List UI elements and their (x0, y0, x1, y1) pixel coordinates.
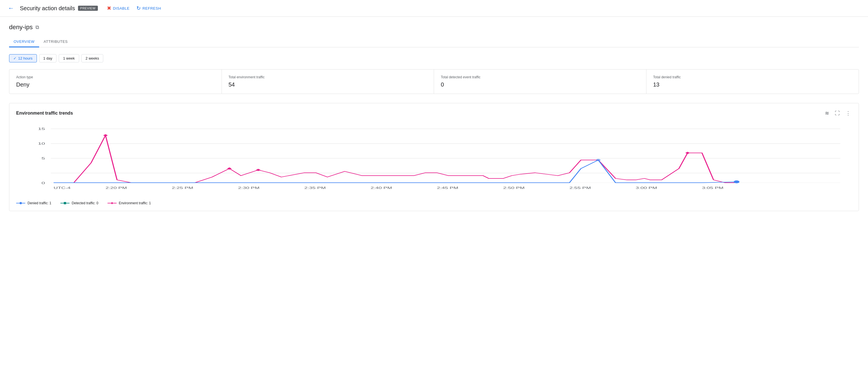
tab-overview[interactable]: OVERVIEW (9, 37, 39, 48)
refresh-icon: ↻ (136, 5, 141, 11)
svg-text:0: 0 (41, 181, 45, 185)
stat-env-traffic-value: 54 (229, 82, 427, 88)
stat-denied-traffic-value: 13 (653, 82, 852, 88)
svg-text:15: 15 (38, 127, 45, 130)
stat-env-traffic: Total environment traffic 54 (222, 69, 434, 94)
svg-marker-23 (685, 152, 690, 154)
main-content: deny-ips ⧉ OVERVIEW ATTRIBUTES ✓ 12 hour… (0, 17, 868, 218)
svg-point-24 (734, 180, 739, 183)
svg-point-25 (596, 159, 600, 161)
environment-legend-label: Environment traffic: 1 (119, 201, 151, 205)
time-filter-1w[interactable]: 1 week (59, 54, 79, 62)
svg-marker-20 (103, 134, 108, 137)
svg-text:2:25 PM: 2:25 PM (172, 186, 193, 189)
svg-text:2:50 PM: 2:50 PM (503, 186, 525, 189)
svg-text:2:40 PM: 2:40 PM (371, 186, 392, 189)
checkmark-icon: ✓ (13, 56, 17, 60)
denied-legend-label: Denied traffic: 1 (28, 201, 51, 205)
chart-header: Environment traffic trends ≋ ⛶ ⋮ (16, 109, 852, 117)
refresh-label: REFRESH (143, 6, 161, 10)
time-1d-label: 1 day (43, 56, 53, 60)
page-title: Security action details (20, 5, 75, 12)
chart-title: Environment traffic trends (16, 111, 73, 116)
svg-marker-31 (111, 202, 113, 204)
time-filter-2w[interactable]: 2 weeks (82, 54, 103, 62)
legend-denied: Denied traffic: 1 (16, 201, 51, 205)
svg-text:3:05 PM: 3:05 PM (702, 186, 724, 189)
tab-attributes[interactable]: ATTRIBUTES (39, 37, 72, 48)
denied-legend-icon (16, 201, 25, 205)
stat-denied-traffic-label: Total denied traffic (653, 75, 852, 79)
back-button[interactable]: ← (7, 3, 15, 13)
chart-fullscreen-icon[interactable]: ⛶ (834, 109, 841, 117)
chart-container: 15 10 5 0 UTC-4 2:20 PM 2:25 PM 2:30 PM … (16, 123, 852, 198)
copy-icon[interactable]: ⧉ (35, 24, 39, 30)
svg-text:2:30 PM: 2:30 PM (238, 186, 259, 189)
svg-text:UTC-4: UTC-4 (54, 186, 71, 189)
resource-name: deny-ips (9, 24, 33, 31)
chart-section: Environment traffic trends ≋ ⛶ ⋮ 15 10 5… (9, 103, 859, 211)
chart-actions: ≋ ⛶ ⋮ (824, 109, 852, 117)
stat-env-traffic-label: Total environment traffic (229, 75, 427, 79)
stat-detected-traffic-label: Total detected event traffic (441, 75, 639, 79)
legend-detected: Detected traffic: 0 (60, 201, 98, 205)
time-2w-label: 2 weeks (86, 56, 99, 60)
svg-text:5: 5 (41, 156, 45, 160)
svg-text:10: 10 (38, 142, 45, 145)
detected-legend-label: Detected traffic: 0 (72, 201, 98, 205)
stat-action-type-value: Deny (16, 82, 215, 88)
time-1w-label: 1 week (63, 56, 74, 60)
preview-badge: PREVIEW (78, 6, 98, 11)
svg-rect-29 (64, 202, 66, 204)
svg-text:2:20 PM: 2:20 PM (105, 186, 127, 189)
chart-legend: Denied traffic: 1 Detected traffic: 0 En… (16, 201, 852, 205)
svg-point-27 (20, 202, 22, 204)
resource-name-row: deny-ips ⧉ (9, 24, 859, 31)
environment-legend-icon (107, 201, 117, 205)
stat-action-type-label: Action type (16, 75, 215, 79)
back-arrow-icon: ← (8, 4, 14, 12)
chart-legend-toggle-icon[interactable]: ≋ (824, 109, 830, 117)
chart-more-options-icon[interactable]: ⋮ (844, 109, 852, 117)
time-12h-label: 12 hours (18, 56, 33, 60)
time-filter-12h[interactable]: ✓ 12 hours (9, 54, 37, 62)
disable-label: DISABLE (113, 6, 129, 10)
stat-denied-traffic: Total denied traffic 13 (647, 69, 859, 94)
legend-environment: Environment traffic: 1 (107, 201, 151, 205)
stats-row: Action type Deny Total environment traff… (9, 69, 859, 94)
stat-action-type: Action type Deny (9, 69, 222, 94)
disable-icon: ✖ (107, 5, 112, 11)
svg-text:2:35 PM: 2:35 PM (304, 186, 326, 189)
refresh-button[interactable]: ↻ REFRESH (136, 5, 161, 11)
page-header: ← Security action details PREVIEW ✖ DISA… (0, 0, 868, 17)
stat-detected-traffic-value: 0 (441, 82, 639, 88)
time-filter-bar: ✓ 12 hours 1 day 1 week 2 weeks (9, 54, 859, 62)
detected-legend-icon (60, 201, 69, 205)
traffic-chart: 15 10 5 0 UTC-4 2:20 PM 2:25 PM 2:30 PM … (16, 123, 852, 197)
disable-button[interactable]: ✖ DISABLE (107, 5, 130, 11)
time-filter-1d[interactable]: 1 day (39, 54, 57, 62)
stat-detected-traffic: Total detected event traffic 0 (434, 69, 647, 94)
svg-text:2:55 PM: 2:55 PM (569, 186, 591, 189)
page-title-area: Security action details PREVIEW (20, 5, 98, 12)
header-actions: ✖ DISABLE ↻ REFRESH (107, 5, 161, 11)
svg-text:3:00 PM: 3:00 PM (636, 186, 657, 189)
svg-text:2:45 PM: 2:45 PM (437, 186, 458, 189)
tab-bar: OVERVIEW ATTRIBUTES (9, 37, 859, 48)
